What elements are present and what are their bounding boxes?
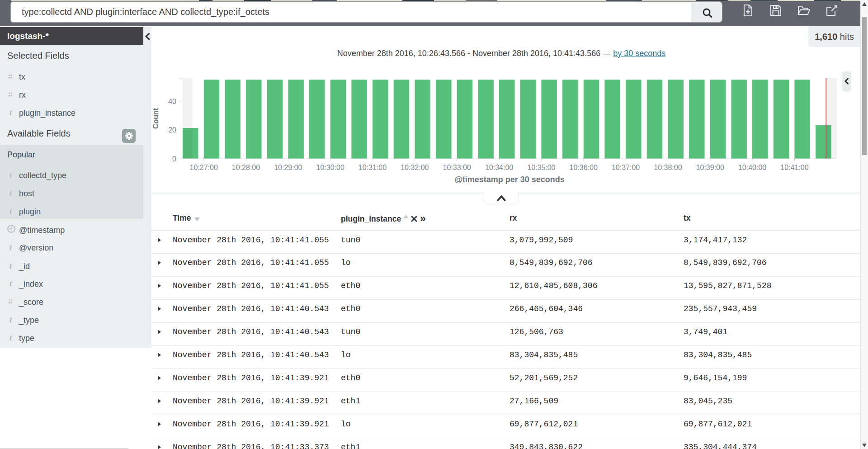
- svg-text:10:40:00: 10:40:00: [738, 164, 766, 171]
- svg-text:10:38:00: 10:38:00: [654, 164, 682, 171]
- svg-text:10:30:00: 10:30:00: [316, 164, 344, 171]
- svg-text:10:37:00: 10:37:00: [612, 164, 640, 171]
- svg-text:Count: Count: [152, 108, 160, 129]
- svg-text:10:27:00: 10:27:00: [190, 164, 218, 171]
- svg-text:10:39:00: 10:39:00: [696, 164, 724, 171]
- svg-text:10:33:00: 10:33:00: [443, 164, 471, 171]
- svg-text:10:34:00: 10:34:00: [485, 164, 513, 171]
- svg-text:0: 0: [172, 155, 176, 163]
- svg-text:40: 40: [168, 98, 176, 105]
- svg-text:10:28:00: 10:28:00: [232, 164, 260, 171]
- svg-text:10:29:00: 10:29:00: [274, 164, 302, 171]
- svg-text:10:36:00: 10:36:00: [570, 164, 598, 171]
- svg-text:10:31:00: 10:31:00: [359, 164, 387, 171]
- svg-text:10:41:00: 10:41:00: [780, 164, 808, 171]
- svg-text:10:32:00: 10:32:00: [401, 164, 429, 171]
- svg-text:10:35:00: 10:35:00: [527, 164, 555, 171]
- svg-text:@timestamp per 30 seconds: @timestamp per 30 seconds: [454, 175, 565, 184]
- svg-text:20: 20: [168, 126, 176, 134]
